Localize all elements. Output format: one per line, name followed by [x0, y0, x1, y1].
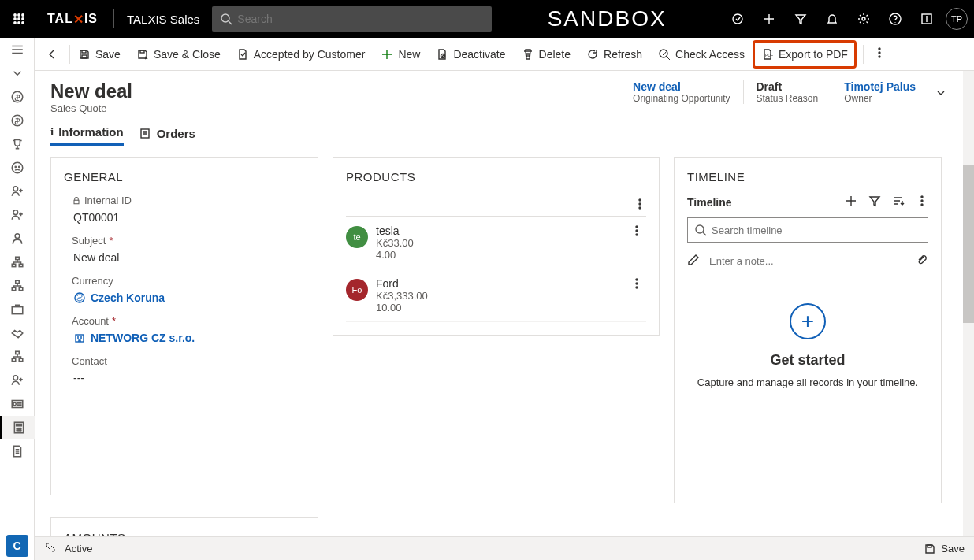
people-add-icon[interactable] — [0, 180, 35, 203]
svg-point-52 — [879, 56, 880, 57]
panel-icon[interactable] — [911, 0, 942, 38]
deactivate-button[interactable]: Deactivate — [428, 42, 513, 67]
svg-point-33 — [13, 376, 18, 380]
people-icon[interactable] — [0, 369, 35, 392]
app-launcher-icon[interactable] — [0, 13, 38, 25]
assistant-icon[interactable] — [722, 0, 753, 38]
add-icon[interactable] — [753, 0, 785, 38]
svg-point-48 — [660, 50, 667, 57]
document-icon[interactable] — [0, 439, 35, 463]
meta-owner[interactable]: Timotej Palus — [844, 80, 916, 93]
products-overflow-icon[interactable] — [634, 198, 646, 213]
svg-point-7 — [18, 22, 20, 24]
svg-point-10 — [733, 14, 742, 24]
org2-icon[interactable] — [0, 274, 35, 298]
new-button[interactable]: New — [373, 42, 428, 67]
product-qty: 10.00 — [376, 302, 619, 313]
org-icon[interactable] — [0, 250, 35, 274]
accepted-button[interactable]: Accepted by Customer — [229, 42, 374, 67]
svg-point-62 — [636, 234, 638, 235]
global-search[interactable] — [212, 6, 492, 32]
tab-information[interactable]: iInformation — [50, 125, 124, 146]
account-value[interactable]: NETWORG CZ s.r.o. — [64, 332, 305, 344]
svg-point-69 — [696, 225, 704, 233]
status-save[interactable]: Save — [941, 543, 965, 554]
attachment-icon[interactable] — [916, 254, 928, 269]
area-switcher[interactable]: C — [6, 535, 28, 557]
flow-icon[interactable] — [0, 345, 35, 369]
product-row[interactable]: Fo Ford Kč3,333.00 10.00 — [346, 269, 646, 322]
help-icon[interactable] — [879, 0, 911, 38]
scrollbar[interactable] — [963, 71, 974, 536]
settings-icon[interactable] — [848, 0, 879, 38]
svg-rect-26 — [16, 280, 20, 283]
filter-icon[interactable] — [785, 0, 816, 38]
svg-rect-45 — [82, 55, 87, 58]
svg-point-60 — [636, 226, 638, 228]
form-tabs: iInformation Orders — [50, 125, 947, 146]
svg-rect-27 — [12, 287, 16, 290]
svg-point-17 — [12, 162, 23, 173]
brand-logo: TAL✕IS — [38, 12, 107, 27]
currency-value[interactable]: Czech Koruna — [64, 291, 305, 304]
internal-id-value[interactable]: QT00001 — [64, 211, 305, 224]
global-search-input[interactable] — [237, 13, 484, 25]
svg-point-2 — [22, 14, 24, 16]
meta-opportunity[interactable]: New deal — [633, 80, 730, 93]
person-icon[interactable] — [0, 227, 35, 250]
delete-button[interactable]: Delete — [514, 42, 578, 67]
timeline-add-icon[interactable] — [845, 195, 857, 210]
svg-point-6 — [14, 22, 16, 24]
product-row[interactable]: te tesla Kč33.00 4.00 — [346, 217, 646, 269]
product-overflow-icon[interactable] — [627, 224, 646, 239]
user-avatar[interactable]: TP — [946, 8, 968, 30]
money2-icon[interactable] — [0, 109, 35, 132]
trophy-icon[interactable] — [0, 132, 35, 156]
save-button[interactable]: Save — [70, 42, 128, 67]
note-pencil-icon[interactable] — [687, 254, 700, 269]
status-text: Active — [65, 543, 92, 554]
check-access-button[interactable]: Check Access — [650, 42, 753, 67]
status-expand-icon[interactable] — [44, 541, 57, 556]
timeline-search-input[interactable] — [712, 224, 921, 236]
lock-icon — [72, 196, 81, 206]
timeline-search[interactable] — [687, 217, 928, 243]
svg-point-9 — [221, 14, 229, 22]
products-card: PRODUCTS te tesla Kč33.00 4.00 Fo Ford K… — [333, 157, 660, 336]
record-title: New deal — [50, 80, 132, 102]
subject-value[interactable]: New deal — [64, 251, 305, 264]
chevron-down-icon[interactable] — [0, 61, 35, 85]
save-close-button[interactable]: Save & Close — [128, 42, 229, 67]
handshake-icon[interactable] — [0, 321, 35, 345]
amounts-card: AMOUNTS — [50, 517, 318, 536]
briefcase-icon[interactable] — [0, 298, 35, 321]
frown-icon[interactable] — [0, 156, 35, 180]
svg-point-3 — [14, 18, 16, 20]
timeline-filter-icon[interactable] — [868, 195, 881, 210]
product-overflow-icon[interactable] — [627, 277, 646, 292]
app-name: TALXIS Sales — [121, 13, 206, 26]
contact-value[interactable]: --- — [64, 372, 305, 384]
export-pdf-button[interactable]: PDFExport to PDF — [753, 40, 857, 69]
back-button[interactable] — [35, 48, 69, 61]
people-add2-icon[interactable] — [0, 203, 35, 227]
calculator-icon[interactable] — [0, 416, 35, 439]
expand-header-icon[interactable] — [928, 80, 947, 102]
money-icon[interactable] — [0, 85, 35, 109]
note-input[interactable] — [709, 255, 906, 267]
notification-icon[interactable] — [816, 0, 848, 38]
svg-point-35 — [13, 402, 16, 405]
hamburger-icon[interactable] — [0, 38, 35, 61]
overflow-button[interactable] — [864, 46, 895, 61]
svg-rect-54 — [74, 200, 79, 204]
svg-rect-37 — [16, 425, 21, 426]
timeline-overflow-icon[interactable] — [916, 195, 928, 210]
timeline-card: TIMELINE Timeline + — [674, 157, 942, 503]
refresh-button[interactable]: Refresh — [578, 42, 650, 67]
card-icon[interactable] — [0, 392, 35, 416]
timeline-get-started-icon[interactable]: + — [790, 303, 826, 339]
tab-orders[interactable]: Orders — [139, 125, 195, 146]
record-header: New deal Sales Quote New deal Originatin… — [50, 80, 947, 114]
product-name: tesla — [376, 224, 619, 237]
timeline-sort-icon[interactable] — [892, 195, 905, 210]
